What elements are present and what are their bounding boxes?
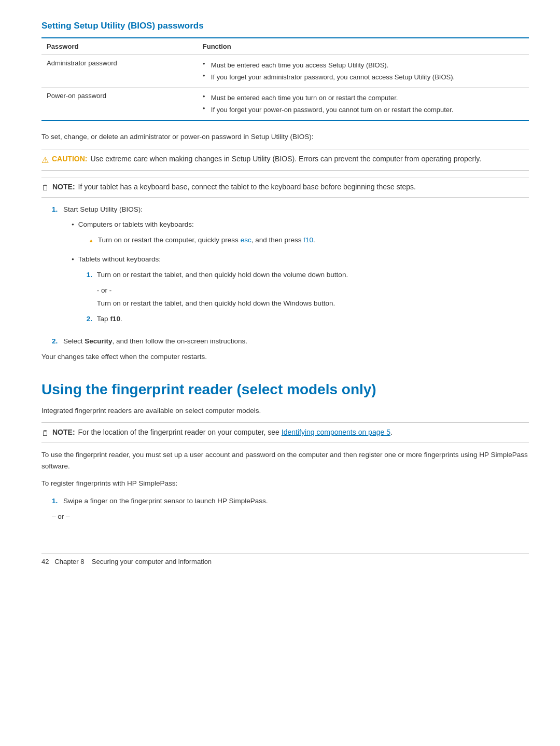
table-cell-function-2: Must be entered each time you turn on or… [198,88,529,121]
section2-step-1: 1. Swipe a finger on the fingerprint sen… [52,495,529,507]
steps-list: 1. Start Setup Utility (BIOS): ● Compute… [52,204,529,347]
step-1-content: Start Setup Utility (BIOS): ● Computers … [63,204,348,333]
or-text-1: - or - [97,285,348,296]
footer: 42 Chapter 8 Securing your computer and … [41,553,529,565]
caution-icon: ⚠ [41,155,49,165]
password-table: Password Function Administrator password… [41,37,529,121]
triangle-text: Turn on or restart the computer, quickly… [98,234,315,246]
triangle-list: ▲ Turn on or restart the computer, quick… [89,232,315,248]
section2-intro: Integrated fingerprint readers are avail… [41,405,529,417]
sub-step-num-2: 2. [87,313,97,325]
footer-page: 42 Chapter 8 Securing your computer and … [41,558,212,565]
table-row: Administrator password Must be entered e… [41,55,529,88]
triangle-icon: ▲ [89,237,94,245]
caution-box: ⚠ CAUTION:Use extreme care when making c… [41,149,529,171]
sub-item-2-content: Tablets without keyboards: 1. Turn on or… [78,254,348,328]
or-text-section2: – or – [52,511,529,522]
note-box-1: 🗒 NOTE:If your tablet has a keyboard bas… [41,177,529,198]
note-icon: 🗒 [41,183,49,192]
table-row: Power-on password Must be entered each t… [41,88,529,121]
caution-label: CAUTION: [52,155,87,163]
note-text-2: NOTE:For the location of the fingerprint… [52,428,393,436]
note-icon-2: 🗒 [41,429,49,437]
list-item: If you forget your administrator passwor… [203,71,524,83]
identifying-components-link[interactable]: Identifying components on page 5 [282,428,390,436]
sub-item-1-content: Computers or tablets with keyboards: ▲ T… [78,219,315,250]
f10-bold: f10 [110,315,120,323]
bullet-icon: ● [72,222,74,228]
table-cell-password-1: Administrator password [41,55,198,88]
section2-steps: 1. Swipe a finger on the fingerprint sen… [52,495,529,507]
sub-ordered-1: 1. Turn on or restart the tablet, and th… [87,267,348,283]
bullet-icon-2: ● [72,256,74,263]
sub-step-num-1: 1. [87,269,97,281]
note-box-2: 🗒 NOTE:For the location of the fingerpri… [41,422,529,443]
step-1: 1. Start Setup Utility (BIOS): ● Compute… [52,204,529,333]
note-label-1: NOTE: [52,183,75,191]
list-item: If you forget your power-on password, yo… [203,104,524,116]
section2-heading: Using the fingerprint reader (select mod… [41,381,529,398]
table-header-password: Password [41,38,198,55]
section2-body2: To register fingerprints with HP SimpleP… [41,478,529,489]
step-num-2: 2. [52,336,63,347]
intro-text: To set, change, or delete an administrat… [41,131,529,143]
note-text-1: NOTE:If your tablet has a keyboard base,… [52,183,416,191]
sub-list-1: ● Computers or tablets with keyboards: ▲… [72,217,348,330]
table-header-function: Function [198,38,529,55]
or-text-2: Turn on or restart the tablet, and then … [97,298,348,309]
security-bold: Security [85,337,112,345]
sub-ordered-2: 2. Tap f10. [87,311,348,327]
note-label-2: NOTE: [52,428,75,436]
list-item: Must be entered each time you turn on or… [203,92,524,104]
sub-list-item-1: ● Computers or tablets with keyboards: ▲… [72,217,348,252]
closing-text: Your changes take effect when the comput… [41,351,529,363]
tap-text: Tap f10. [97,313,122,325]
table-cell-function-1: Must be entered each time you access Set… [198,55,529,88]
sub-list-item-2: ● Tablets without keyboards: 1. Turn on … [72,252,348,330]
esc-key: esc [241,236,251,244]
section2-body1: To use the fingerprint reader, you must … [41,449,529,472]
sub-step-2: 2. Tap f10. [87,311,348,327]
step-2-content: Select Security, and then follow the on-… [63,336,247,347]
step-2: 2. Select Security, and then follow the … [52,336,529,347]
f10-key: f10 [303,236,313,244]
list-item: Must be entered each time you access Set… [203,59,524,71]
section2-step-num-1: 1. [52,495,63,507]
table-cell-password-2: Power-on password [41,88,198,121]
section1-heading: Setting Setup Utility (BIOS) passwords [41,21,529,31]
caution-text: CAUTION:Use extreme care when making cha… [52,155,481,163]
step-num-1: 1. [52,204,63,333]
sub-step-1: 1. Turn on or restart the tablet, and th… [87,267,348,283]
triangle-list-item: ▲ Turn on or restart the computer, quick… [89,232,315,248]
